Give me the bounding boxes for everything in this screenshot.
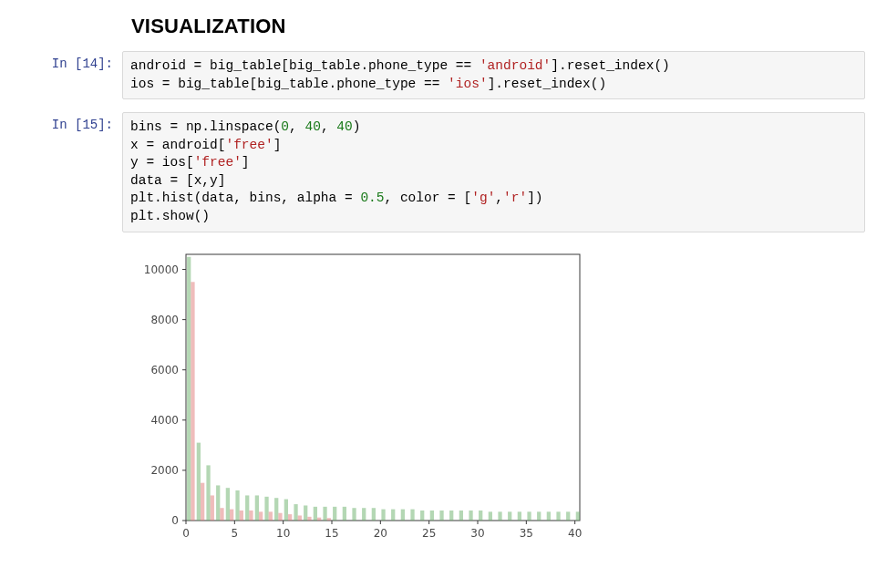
y-tick-label: 8000 [150, 313, 179, 325]
hist-bar-ios [278, 512, 282, 520]
code-block-14[interactable]: android = big_table[big_table.phone_type… [130, 57, 857, 93]
output-area-15: 05101520253035400200040006000800010000 [122, 245, 865, 554]
section-heading-visualization: VISUALIZATION [131, 15, 865, 38]
hist-bar-android [547, 511, 551, 521]
hist-bar-ios [249, 510, 253, 520]
code-block-15[interactable]: bins = np.linspace(0, 40, 40) x = androi… [130, 119, 857, 225]
hist-bar-android [410, 509, 414, 520]
input-prompt-15: In [15]: [22, 112, 122, 132]
hist-bar-android [372, 508, 376, 521]
x-tick-label: 30 [470, 527, 484, 540]
hist-bar-android [235, 490, 239, 520]
hist-bar-android [352, 508, 356, 521]
x-tick-label: 35 [520, 527, 533, 540]
x-tick-label: 0 [182, 527, 190, 540]
hist-bar-android [343, 506, 346, 520]
histogram-svg: 05101520253035400200040006000800010000 [122, 245, 593, 552]
code-cell-14: In [14]: android = big_table[big_table.p… [22, 51, 865, 99]
x-tick-label: 10 [276, 527, 290, 540]
hist-bar-android [498, 511, 501, 521]
hist-bar-ios [298, 515, 302, 521]
hist-bar-android [489, 511, 492, 521]
code-cell-15: In [15]: bins = np.linspace(0, 40, 40) x… [22, 112, 865, 232]
hist-bar-ios [259, 511, 263, 521]
hist-bar-android [576, 511, 580, 521]
hist-bar-android [294, 504, 297, 521]
hist-bar-android [304, 505, 307, 521]
hist-bar-android [362, 508, 366, 521]
hist-bar-android [508, 511, 511, 521]
hist-bar-android [469, 510, 472, 520]
x-tick-label: 15 [325, 527, 338, 540]
hist-bar-android [323, 506, 326, 520]
hist-bar-ios [201, 482, 204, 520]
hist-bar-android [537, 511, 541, 521]
code-input-15[interactable]: bins = np.linspace(0, 40, 40) x = androi… [122, 112, 865, 232]
hist-bar-ios [211, 495, 214, 521]
hist-bar-android [430, 510, 434, 520]
hist-bar-android [459, 510, 463, 520]
hist-bar-android [187, 256, 191, 520]
hist-bar-android [314, 506, 317, 520]
notebook-page: VISUALIZATION In [14]: android = big_tab… [0, 0, 887, 576]
hist-bar-ios [288, 514, 292, 521]
input-prompt-14: In [14]: [22, 51, 122, 71]
hist-bar-android [518, 511, 521, 521]
hist-bar-ios [220, 508, 223, 521]
hist-bar-android [255, 495, 259, 521]
hist-bar-android [245, 495, 249, 521]
x-tick-label: 25 [422, 527, 436, 540]
y-tick-label: 2000 [150, 463, 179, 476]
hist-bar-android [479, 510, 482, 520]
hist-bar-ios [327, 518, 331, 521]
hist-bar-ios [317, 517, 321, 520]
hist-bar-android [264, 496, 268, 520]
x-tick-label: 20 [374, 527, 387, 540]
hist-bar-ios [191, 282, 194, 521]
hist-bar-android [216, 485, 220, 521]
code-input-14[interactable]: android = big_table[big_table.phone_type… [122, 51, 865, 99]
hist-bar-android [401, 509, 405, 520]
hist-bar-ios [240, 510, 243, 520]
y-tick-label: 6000 [150, 363, 179, 376]
hist-bar-android [284, 499, 288, 520]
hist-bar-android [556, 511, 560, 521]
histogram-chart: 05101520253035400200040006000800010000 [122, 245, 593, 554]
hist-bar-android [439, 510, 443, 520]
hist-bar-ios [307, 516, 311, 520]
x-tick-label: 40 [568, 527, 582, 540]
svg-rect-0 [186, 254, 580, 521]
hist-bar-android [197, 442, 201, 520]
x-tick-label: 5 [232, 527, 239, 540]
hist-bar-android [527, 511, 531, 521]
hist-bar-ios [230, 509, 233, 520]
y-tick-label: 4000 [150, 413, 179, 426]
hist-bar-android [206, 465, 210, 521]
hist-bar-android [381, 509, 385, 520]
hist-bar-android [391, 509, 395, 520]
y-tick-label: 0 [171, 514, 179, 527]
hist-bar-android [274, 498, 278, 521]
hist-bar-android [420, 510, 424, 520]
hist-bar-android [449, 510, 453, 520]
hist-bar-ios [269, 511, 273, 521]
hist-bar-android [566, 511, 570, 521]
y-tick-label: 10000 [144, 263, 179, 275]
hist-bar-android [226, 488, 230, 521]
hist-bar-android [333, 506, 336, 520]
